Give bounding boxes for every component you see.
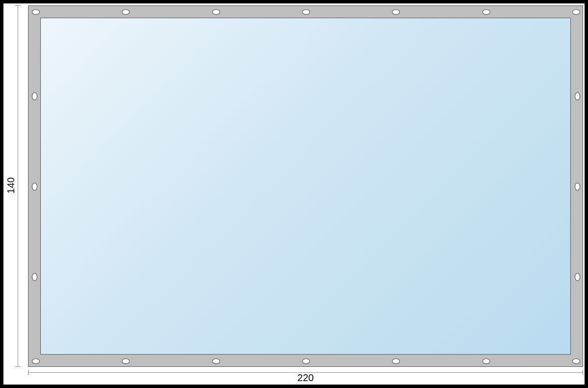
diagram-frame: 140 220 xyxy=(0,0,588,388)
grommet-top xyxy=(212,9,220,15)
width-dimension: 220 xyxy=(28,371,583,385)
height-guide-line xyxy=(18,5,18,367)
grommet-bottom xyxy=(212,359,220,364)
grommet-top xyxy=(302,9,310,15)
grommet-bottom xyxy=(32,359,40,364)
width-dimension-label: 220 xyxy=(297,372,313,384)
banner-window xyxy=(40,18,571,355)
grommet-bottom xyxy=(302,359,310,364)
grommet-left xyxy=(32,273,37,281)
height-dimension: 140 xyxy=(6,3,16,367)
diagram-panel: 140 220 xyxy=(3,3,585,385)
grommet-right xyxy=(575,273,580,281)
grommet-bottom xyxy=(482,359,490,364)
grommet-left xyxy=(32,183,37,191)
height-dimension-label: 140 xyxy=(6,177,17,193)
grommet-right xyxy=(575,92,580,100)
grommet-left xyxy=(32,92,37,100)
grommet-top xyxy=(32,9,40,15)
grommet-top xyxy=(572,9,580,15)
grommet-bottom xyxy=(572,359,580,364)
grommet-right xyxy=(575,183,580,191)
grommet-top xyxy=(482,9,490,15)
